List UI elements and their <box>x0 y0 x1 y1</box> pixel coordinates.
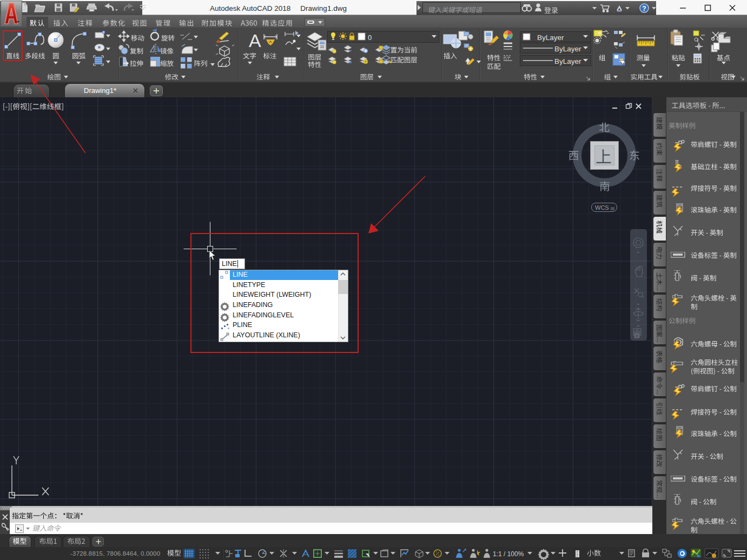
svg-text:A: A <box>249 30 261 51</box>
svg-text:?: ? <box>642 5 646 12</box>
svg-text:ByLayer: ByLayer <box>537 34 564 42</box>
svg-text:0: 0 <box>368 34 372 42</box>
svg-text:ByLayer: ByLayer <box>554 57 581 65</box>
svg-text:ByLayer: ByLayer <box>554 45 581 53</box>
